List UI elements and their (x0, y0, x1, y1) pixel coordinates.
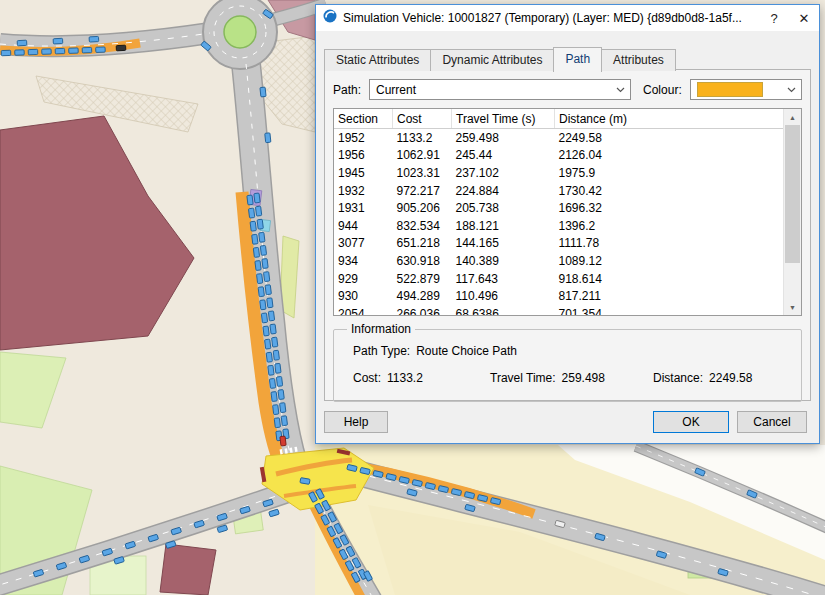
column-header[interactable]: Distance (m) (555, 109, 786, 129)
table-cell: 930 (334, 287, 393, 305)
vehicle (268, 365, 274, 375)
help-button[interactable]: Help (324, 411, 388, 433)
vehicle (265, 133, 271, 143)
vehicle (254, 193, 260, 203)
tab-attributes[interactable]: Attributes (601, 49, 676, 71)
table-cell: 1956 (334, 147, 393, 165)
travel-time-value: 259.498 (562, 371, 605, 385)
tab-static-attributes[interactable]: Static Attributes (324, 49, 431, 71)
column-header[interactable]: Cost (393, 109, 452, 129)
cancel-button[interactable]: Cancel (737, 411, 807, 433)
table-cell: 1111.78 (555, 235, 786, 253)
vehicle (263, 272, 269, 282)
vehicle (28, 49, 38, 55)
vehicle (258, 287, 264, 297)
table-cell: 1945 (334, 164, 393, 182)
vehicle (271, 392, 277, 402)
vehicle (260, 300, 266, 310)
distance-label: Distance: (653, 371, 703, 385)
vehicle (262, 259, 268, 269)
vehicle (273, 350, 279, 360)
table-row[interactable]: 930494.289110.496817.211 (334, 287, 786, 305)
path-sections-table[interactable]: SectionCostTravel Time (s)Distance (m) 1… (333, 108, 802, 316)
table-cell: 944 (334, 217, 393, 235)
scroll-down-arrow[interactable]: ▼ (784, 299, 801, 315)
vertical-scrollbar[interactable]: ▲ ▼ (783, 109, 801, 315)
table-row[interactable]: 3077651.218144.1651111.78 (334, 235, 786, 253)
table-cell: 1089.12 (555, 252, 786, 270)
column-header[interactable]: Travel Time (s) (452, 109, 555, 129)
table-row[interactable]: 19521133.2259.4982249.58 (334, 129, 786, 147)
table-row[interactable]: 929522.879117.643918.614 (334, 270, 786, 288)
vehicle (259, 232, 265, 242)
table-cell: 522.879 (393, 270, 452, 288)
vehicle (260, 87, 266, 97)
aimsun-app-icon (323, 9, 337, 27)
vehicle (250, 221, 256, 231)
path-type-value: Route Choice Path (416, 344, 517, 358)
tab-path[interactable]: Path (553, 47, 602, 72)
vehicle (252, 234, 258, 244)
tab-bar: Static Attributes Dynamic Attributes Pat… (324, 49, 675, 74)
path-type-row: Path Type: Route Choice Path (353, 344, 792, 358)
distance-value: 2249.58 (709, 371, 752, 385)
table-cell: 1931 (334, 199, 393, 217)
vehicle (69, 48, 79, 54)
table-row[interactable]: 944832.534188.1211396.2 (334, 217, 786, 235)
table-row[interactable]: 2054266.03668.6386701.354 (334, 305, 786, 316)
table-cell: 494.289 (393, 287, 452, 305)
building (160, 544, 216, 595)
table-cell: 929 (334, 270, 393, 288)
tab-dynamic-attributes[interactable]: Dynamic Attributes (430, 49, 554, 71)
path-combobox[interactable]: Current (369, 79, 631, 100)
vehicle (267, 298, 273, 308)
vehicle (274, 418, 280, 428)
vehicle (1, 50, 11, 56)
vehicle (247, 195, 253, 205)
close-button[interactable]: ✕ (789, 5, 819, 31)
table-cell: 144.165 (452, 235, 555, 253)
vehicle (15, 50, 25, 56)
vehicle (255, 206, 261, 216)
vehicle (42, 49, 52, 55)
chevron-down-icon (787, 87, 796, 93)
path-summary-row: Cost: 1133.2 Travel Time: 259.498 Distan… (353, 371, 792, 385)
vehicle (257, 219, 263, 229)
vehicle (270, 324, 276, 334)
table-cell: 832.534 (393, 217, 452, 235)
path-label: Path: (333, 83, 361, 97)
ok-button[interactable]: OK (653, 411, 729, 433)
table-cell: 140.389 (452, 252, 555, 270)
table-cell: 1932 (334, 182, 393, 200)
dialog-titlebar[interactable]: Simulation Vehicle: 10001827 (Temporary)… (316, 5, 819, 31)
scrollbar-thumb[interactable] (785, 125, 800, 263)
help-titlebar-button[interactable]: ? (759, 5, 789, 31)
table-cell: 224.884 (452, 182, 555, 200)
colour-combobox[interactable] (690, 79, 802, 100)
simulation-vehicle-dialog: Simulation Vehicle: 10001827 (Temporary)… (315, 4, 820, 444)
table-cell: 972.217 (393, 182, 452, 200)
table-row[interactable]: 19451023.31237.1021975.9 (334, 164, 786, 182)
dialog-button-row: Help OK Cancel (324, 411, 807, 433)
table-cell: 1952 (334, 129, 393, 147)
table-row[interactable]: 19561062.91245.442126.04 (334, 147, 786, 165)
scroll-up-arrow[interactable]: ▲ (784, 109, 801, 125)
table-row[interactable]: 934630.918140.3891089.12 (334, 252, 786, 270)
vehicle (280, 403, 286, 413)
table-row[interactable]: 1931905.206205.7381696.32 (334, 199, 786, 217)
table-cell: 934 (334, 252, 393, 270)
chevron-down-icon (616, 87, 625, 93)
vehicle (53, 38, 63, 44)
vehicle (82, 47, 92, 53)
vehicle (256, 274, 262, 284)
path-controls-row: Path: Current Colour: (333, 79, 802, 100)
path-tab-pane: Path: Current Colour: SectionCostTravel … (324, 69, 811, 401)
column-header[interactable]: Section (334, 109, 393, 129)
table-cell: 2054 (334, 305, 393, 316)
table-cell: 110.496 (452, 287, 555, 305)
vehicle (248, 208, 254, 218)
table-row[interactable]: 1932972.217224.8841730.42 (334, 182, 786, 200)
vehicle (273, 405, 279, 415)
table-header-row: SectionCostTravel Time (s)Distance (m) (334, 109, 786, 129)
table-cell: 205.738 (452, 199, 555, 217)
